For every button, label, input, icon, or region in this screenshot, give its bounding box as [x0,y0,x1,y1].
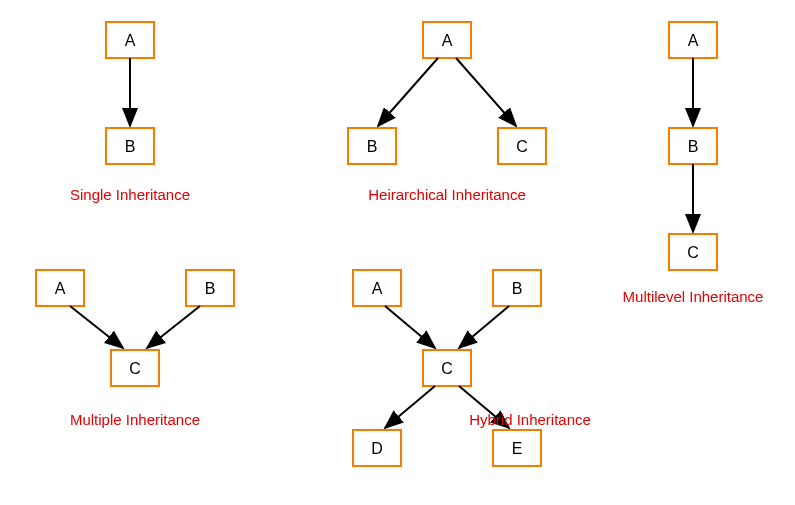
hybrid-inheritance-group: A B C D E Hybrid Inheritance [353,270,591,466]
mult-caption: Multiple Inheritance [70,411,200,428]
hier-node-a-label: A [442,32,453,49]
multilevel-inheritance-group: A B C Multilevel Inheritance [623,22,764,305]
inheritance-diagram: A B Single Inheritance A B C Heirarchica… [0,0,795,505]
hyb-node-e-label: E [512,440,523,457]
hyb-arrow-a-c [385,306,435,348]
multi-node-a-label: A [688,32,699,49]
mult-node-c-label: C [129,360,141,377]
multiple-inheritance-group: A B C Multiple Inheritance [36,270,234,428]
multi-node-b-label: B [688,138,699,155]
hier-arrow-a-c [456,58,516,126]
hyb-node-c-label: C [441,360,453,377]
multi-node-c-label: C [687,244,699,261]
single-node-a-label: A [125,32,136,49]
single-node-b-label: B [125,138,136,155]
mult-arrow-a-c [70,306,123,348]
hyb-node-d-label: D [371,440,383,457]
hier-caption: Heirarchical Inheritance [368,186,526,203]
mult-node-a-label: A [55,280,66,297]
single-inheritance-group: A B Single Inheritance [70,22,190,203]
hyb-arrow-b-c [459,306,509,348]
mult-arrow-b-c [147,306,200,348]
hyb-caption: Hybrid Inheritance [469,411,591,428]
hier-node-c-label: C [516,138,528,155]
mult-node-b-label: B [205,280,216,297]
hyb-node-a-label: A [372,280,383,297]
hier-node-b-label: B [367,138,378,155]
hyb-arrow-c-d [385,386,435,428]
hier-arrow-a-b [378,58,438,126]
hyb-node-b-label: B [512,280,523,297]
hierarchical-inheritance-group: A B C Heirarchical Inheritance [348,22,546,203]
single-caption: Single Inheritance [70,186,190,203]
multi-caption: Multilevel Inheritance [623,288,764,305]
